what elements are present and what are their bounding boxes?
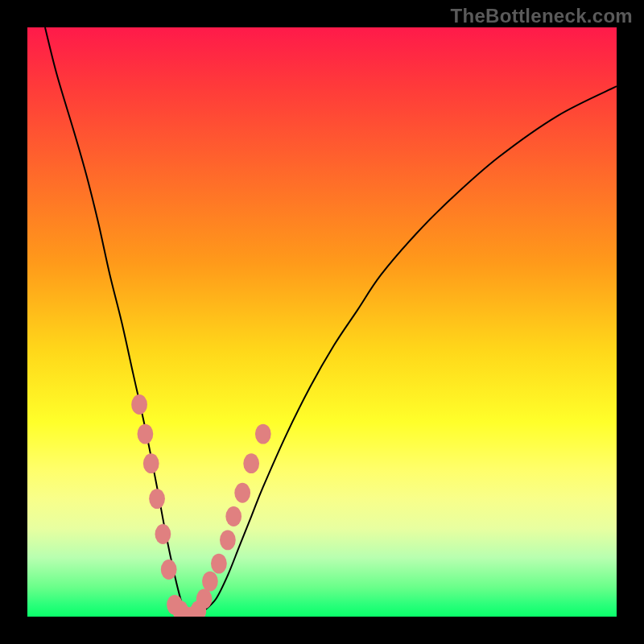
marker-left xyxy=(131,394,147,415)
marker-right xyxy=(202,572,218,592)
marker-right xyxy=(196,589,213,609)
marker-left xyxy=(155,524,171,544)
watermark-label: TheBottleneck.com xyxy=(451,5,633,27)
marker-right xyxy=(220,530,236,550)
chart-outer-frame: TheBottleneck.com xyxy=(0,0,644,644)
marker-left xyxy=(143,453,159,473)
marker-right xyxy=(225,506,242,526)
marker-left xyxy=(138,424,154,444)
marker-right xyxy=(243,453,259,473)
marker-right xyxy=(234,483,250,503)
bottleneck-curve xyxy=(45,27,617,617)
chart-overlay-svg xyxy=(27,27,617,617)
chart-curve xyxy=(45,27,617,617)
chart-markers xyxy=(131,394,270,617)
marker-right xyxy=(211,554,227,574)
marker-left xyxy=(161,559,177,580)
marker-right xyxy=(255,424,271,444)
marker-left xyxy=(149,489,165,509)
